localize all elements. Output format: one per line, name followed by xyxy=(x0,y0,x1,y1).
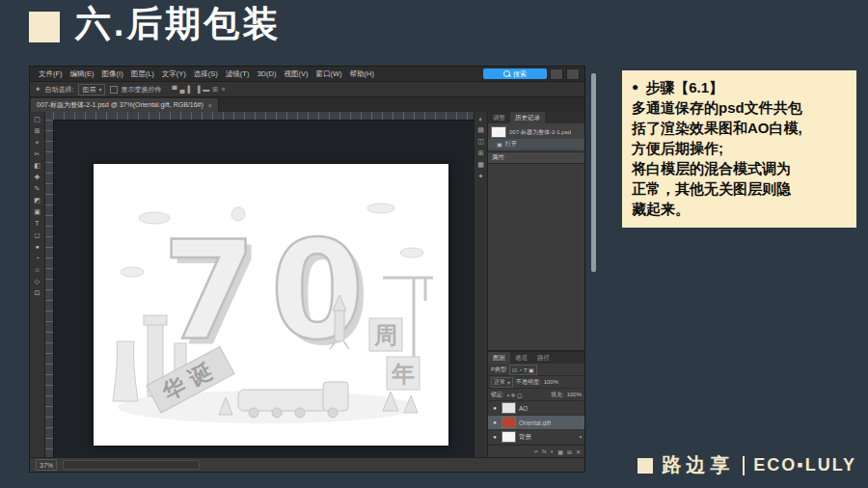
menu-item-10[interactable]: 帮助(H) xyxy=(346,69,378,79)
auto-select-value: 图层 xyxy=(82,85,95,95)
layer-row-AO[interactable]: ●AO xyxy=(488,401,584,416)
ruler-corner xyxy=(45,112,53,120)
layers-footer-icon-4[interactable]: ⊞ xyxy=(567,448,572,455)
menu-item-3[interactable]: 图层(L) xyxy=(127,69,158,79)
panel-icon-4[interactable]: ▦ xyxy=(477,161,484,169)
tool-icon-14[interactable]: ◇ xyxy=(35,276,40,286)
layer-name: AO xyxy=(519,405,528,412)
slide: 六.后期包装 文件(F)编辑(E)图像(I)图层(L)文字(Y)选择(S)滤镜(… xyxy=(0,0,868,488)
menu-item-0[interactable]: 文件(F) xyxy=(35,69,67,79)
chevron-down-icon: ▾ xyxy=(507,379,510,386)
tool-icon-5[interactable]: ✚ xyxy=(35,172,41,182)
visibility-eye-icon[interactable]: ● xyxy=(491,434,499,440)
tool-icon-15[interactable]: ⊡ xyxy=(35,287,41,298)
filter-type-label[interactable]: P类型 xyxy=(491,366,506,374)
history-panel: 007-标题为整体-2-1.psd▣打开 xyxy=(488,123,584,152)
panel-icon-1[interactable]: ▤ xyxy=(477,126,484,134)
menu-item-1[interactable]: 编辑(E) xyxy=(67,69,98,79)
lock-label: 锁定: xyxy=(491,391,504,399)
tool-icon-0[interactable]: ▢ xyxy=(34,114,41,124)
layers-footer-icon-1[interactable]: fx xyxy=(542,448,547,454)
tool-icon-2[interactable]: ⌖ xyxy=(36,137,40,148)
align-icon-0[interactable]: ▀ xyxy=(172,86,176,94)
footer-brand: 路边享 xyxy=(662,452,734,478)
history-entry-0[interactable]: ▣打开 xyxy=(488,139,584,149)
tool-icon-11[interactable]: ● xyxy=(35,241,39,252)
document-artboard[interactable]: 7 0 7 0 周 年 华诞 xyxy=(94,164,448,446)
layers-footer-icon-5[interactable]: ✕ xyxy=(576,448,581,455)
show-transform-checkbox[interactable]: 显示变换控件 xyxy=(110,85,161,95)
history-tab-0[interactable]: 调整 xyxy=(488,112,510,123)
svg-text:周: 周 xyxy=(373,322,397,349)
panel-icon-2[interactable]: ◫ xyxy=(477,138,484,146)
layer-thumbnail xyxy=(502,431,516,443)
deck-scrollbar[interactable] xyxy=(591,73,596,272)
tool-icon-1[interactable]: ⊞ xyxy=(35,125,41,136)
menu-item-6[interactable]: 滤镜(T) xyxy=(222,69,254,79)
layers-tab-1[interactable]: 通道 xyxy=(510,352,532,364)
title-accent-square xyxy=(29,12,60,42)
toolbar: ▢⊞⌖✂◧✚✎◩▣T◻●◔⌂◇⊡ xyxy=(30,112,45,457)
auto-select-label: 自动选择: xyxy=(45,85,74,95)
document-tab[interactable]: 007-标题为整体-2-1.psd @ 37%(Oriental.gift, R… xyxy=(31,98,219,112)
visibility-eye-icon[interactable]: ● xyxy=(491,405,499,411)
canvas-area[interactable]: 7 0 7 0 周 年 华诞 xyxy=(45,112,474,457)
history-tab-1[interactable]: 历史记录 xyxy=(510,112,545,123)
tool-icon-10[interactable]: ◻ xyxy=(35,230,41,240)
layer-name: Oriental.gift xyxy=(519,420,551,426)
close-tab-icon[interactable]: × xyxy=(208,102,212,109)
tool-icon-7[interactable]: ◩ xyxy=(34,195,41,205)
history-snapshot[interactable]: 007-标题为整体-2-1.psd xyxy=(488,125,584,139)
tool-icon-12[interactable]: ◔ xyxy=(35,253,39,263)
menu-item-4[interactable]: 文字(Y) xyxy=(158,69,190,79)
panel-icon-3[interactable]: ⊞ xyxy=(478,149,484,157)
document-info-field xyxy=(63,460,200,470)
fill-value[interactable]: 100% xyxy=(567,392,582,397)
lock-icons[interactable]: ▪ ✛ ◻ xyxy=(507,392,522,398)
layers-tab-0[interactable]: 图层 xyxy=(488,352,510,364)
tool-icon-6[interactable]: ✎ xyxy=(35,183,41,194)
menu-item-9[interactable]: 窗口(W) xyxy=(312,69,345,79)
search-icon xyxy=(503,70,510,77)
footer: 路边享 ECO▪LULY xyxy=(637,452,856,478)
tool-icon-3[interactable]: ✂ xyxy=(35,149,41,159)
menu-item-7[interactable]: 3D(D) xyxy=(253,69,280,78)
tool-icon-8[interactable]: ▣ xyxy=(34,206,41,217)
align-icon-3[interactable]: ▐ xyxy=(195,86,200,94)
menu-item-5[interactable]: 选择(S) xyxy=(190,69,222,79)
visibility-eye-icon[interactable]: ● xyxy=(491,420,499,425)
menu-item-2[interactable]: 图像(I) xyxy=(98,69,127,79)
layers-footer-icon-2[interactable]: ◐ xyxy=(551,448,555,454)
tool-icon-13[interactable]: ⌂ xyxy=(35,264,39,275)
page-title: 六.后期包装 xyxy=(75,0,281,48)
properties-title: 属性 xyxy=(492,153,504,162)
align-icon-6[interactable]: ≡ xyxy=(221,86,225,94)
layer-name: 背景 xyxy=(519,433,531,442)
panel-icon-0[interactable]: ◐ xyxy=(478,116,482,122)
search-box[interactable]: 搜索 xyxy=(483,68,547,79)
zoom-level[interactable]: 37% xyxy=(36,459,57,471)
align-icon-1[interactable]: ▄ xyxy=(179,86,184,94)
opacity-value[interactable]: 100% xyxy=(544,379,558,385)
tool-icon-9[interactable]: T xyxy=(35,218,39,229)
blend-mode-dropdown[interactable]: 正常 ▾ xyxy=(491,377,513,388)
menu-item-8[interactable]: 视图(V) xyxy=(280,69,312,79)
layer-thumbnail xyxy=(502,417,516,428)
layers-tab-2[interactable]: 路径 xyxy=(532,352,555,364)
lock-bar: 锁定: ▪ ✛ ◻ 填充: 100% xyxy=(488,389,584,401)
window-controls-button[interactable] xyxy=(566,68,580,80)
layers-footer-icon-3[interactable]: ▦ xyxy=(557,448,563,455)
align-icon-4[interactable]: ▬ xyxy=(203,86,209,94)
search-label: 搜索 xyxy=(513,69,527,79)
lock-icon: ▪ xyxy=(580,434,582,440)
tool-icon-4[interactable]: ◧ xyxy=(34,160,41,171)
layers-footer-icon-0[interactable]: ∞ xyxy=(534,448,538,454)
auto-select-dropdown[interactable]: 图层 ▾ xyxy=(78,84,105,95)
workspace-switcher-button[interactable] xyxy=(550,68,563,80)
note-heading: 步骤【6.1】 xyxy=(645,77,723,97)
align-icon-2[interactable]: ▌ xyxy=(187,86,192,94)
layer-row-背景[interactable]: ●背景▪ xyxy=(488,430,584,445)
panel-icon-5[interactable]: ✦ xyxy=(478,173,484,180)
align-icon-5[interactable]: ⊞ xyxy=(212,86,218,94)
layer-row-Oriental.gift[interactable]: ●Oriental.gift xyxy=(488,416,584,430)
